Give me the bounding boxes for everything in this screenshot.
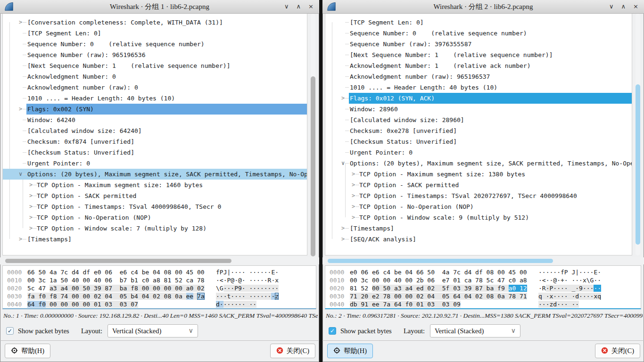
tree-row[interactable]: [Next Sequence Number: 1 (relative seque… [3,60,307,71]
expand-arrow-icon[interactable]: > [352,212,355,223]
tree-row[interactable]: Acknowledgment number (raw): 965196537 [325,71,632,82]
expand-arrow-icon[interactable]: > [29,201,33,212]
tree-row[interactable]: Sequence Number: 0 (relative sequence nu… [325,28,632,39]
expand-arrow-icon[interactable]: > [29,223,33,234]
tree-row[interactable]: >TCP Option - Timestamps: TSval 40009986… [3,201,307,212]
hex-row[interactable]: 002081 52 00 50 a3 a4 ed 02 5f 03 39 87 … [325,284,641,292]
tree-row[interactable]: >Flags: 0x002 (SYN) [3,104,307,115]
packet-detail-tree[interactable]: [TCP Segment Len: 0]Sequence Number: 0 (… [325,14,632,255]
tree-row[interactable]: Urgent Pointer: 0 [3,158,307,169]
tree-row[interactable]: >[SEQ/ACK analysis] [325,234,632,245]
maximize-icon[interactable]: ∧ [297,0,301,13]
expand-arrow-icon[interactable]: > [29,190,33,201]
collapse-arrow-icon[interactable]: ∨ [19,169,22,180]
layout-select[interactable]: Vertical (Stacked) ∨ [107,324,198,337]
expand-arrow-icon[interactable]: > [341,223,345,234]
hex-row[interactable]: 001000 3c 1a 50 40 00 40 06 b7 b1 c0 a8 … [3,276,316,284]
hex-row[interactable]: 001000 3c 00 00 40 00 2b 06 e7 01 ca 78 … [325,276,641,284]
expand-arrow-icon[interactable]: > [29,180,33,190]
tree-horizontal-scrollbar[interactable] [322,257,644,264]
tree-row[interactable]: ∨Options: (20 bytes), Maximum segment si… [325,158,632,169]
hex-row[interactable]: 0040db 91 ee 7a 64 f0 01 03 03 09···zd··… [325,300,641,308]
titlebar[interactable]: Wireshark · 分组 1 · lib6-2.pcapng ∨ ∧ × [0,0,319,14]
tree-row[interactable]: Acknowledgment Number: 1 (relative ack n… [325,60,632,71]
scrollbar-thumb[interactable] [5,259,231,263]
tree-vertical-scrollbar[interactable] [311,14,315,255]
help-button[interactable]: 帮助(H) [5,344,50,358]
tree-row[interactable]: Acknowledgment number (raw): 0 [3,82,307,93]
tree-row[interactable]: Sequence Number: 0 (relative sequence nu… [3,39,307,49]
close-icon[interactable]: × [633,0,638,13]
tree-row[interactable]: [TCP Segment Len: 0] [325,17,632,28]
expand-arrow-icon[interactable]: > [352,201,355,212]
show-packet-bytes-checkbox[interactable]: ✓ [6,327,14,335]
packet-bytes-view[interactable]: 000066 50 4a 7c d4 df e0 06 e6 c4 be 04 … [2,265,316,309]
hex-row[interactable]: 004064 f0 00 00 00 00 01 03 03 07d······… [3,300,316,308]
expand-arrow-icon[interactable]: > [341,234,345,245]
tree-row[interactable]: >TCP Option - Maximum segment size: 1380… [325,169,632,180]
tree-row[interactable]: [TCP Segment Len: 0] [3,28,307,39]
packet-bytes-view[interactable]: 0000e0 06 e6 c4 be 04 66 50 4a 7c d4 df … [325,265,641,309]
tree-row[interactable]: Sequence Number (raw): 965196536 [3,49,307,60]
tree-row[interactable]: [Calculated window size: 64240] [3,125,307,136]
hex-row[interactable]: 00205c 47 a3 a4 00 50 39 87 ba f8 00 00 … [3,284,316,292]
tree-row[interactable]: [Next Sequence Number: 1 (relative seque… [325,49,632,60]
expand-arrow-icon[interactable]: > [352,169,355,180]
close-button[interactable]: 关闭(C) [595,344,640,358]
tree-row[interactable]: >[Timestamps] [325,223,632,234]
tree-row[interactable]: [Checksum Status: Unverified] [3,147,307,158]
tree-row[interactable]: Urgent Pointer: 0 [325,147,632,158]
tree-row[interactable]: Sequence Number (raw): 3976355587 [325,39,632,49]
show-packet-bytes-checkbox[interactable]: ✓ [329,327,336,335]
expand-arrow-icon[interactable]: > [29,212,33,223]
tree-row[interactable]: Checksum: 0xf874 [unverified] [3,136,307,147]
tree-row[interactable]: Acknowledgment Number: 0 [3,71,307,82]
tree-row[interactable]: >[Conversation completeness: Complete, W… [3,17,307,28]
tree-row[interactable]: >TCP Option - Maximum segment size: 1460… [3,180,307,190]
hex-row[interactable]: 0030fa f0 f8 74 00 00 02 04 05 b4 04 02 … [3,292,316,300]
expand-arrow-icon[interactable]: > [19,17,22,28]
titlebar[interactable]: Wireshark · 分组 2 · lib6-2.pcapng ∨ ∧ × [322,0,644,14]
close-button[interactable]: 关闭(C) [270,344,315,358]
tree-vertical-scrollbar[interactable] [636,14,640,255]
tree-row[interactable]: ∨Options: (20 bytes), Maximum segment si… [3,169,307,180]
tree-row[interactable]: >TCP Option - Timestamps: TSval 20207276… [325,190,632,201]
expand-arrow-icon[interactable]: > [19,104,22,115]
tree-row[interactable]: Checksum: 0xe278 [unverified] [325,125,632,136]
tree-row[interactable]: Window: 28960 [325,104,632,115]
tree-row[interactable]: >[Timestamps] [3,234,307,245]
scrollbar-thumb[interactable] [311,76,315,256]
tree-horizontal-scrollbar[interactable] [0,257,319,264]
tree-row[interactable]: >TCP Option - SACK permitted [325,180,632,190]
maximize-icon[interactable]: ∧ [621,0,626,13]
expand-arrow-icon[interactable]: > [341,93,345,104]
collapse-arrow-icon[interactable]: ∨ [341,158,345,169]
scrollbar-thumb[interactable] [636,84,640,245]
tree-row[interactable]: 1010 .... = Header Length: 40 bytes (10) [3,93,307,104]
tree-row[interactable]: [Calculated window size: 28960] [325,115,632,125]
tree-row[interactable]: Window: 64240 [3,115,307,125]
close-icon[interactable]: × [308,0,314,13]
help-button[interactable]: 帮助(H) [327,344,373,358]
packet-detail-tree[interactable]: >[Conversation completeness: Complete, W… [2,14,307,255]
tree-row[interactable]: >TCP Option - No-Operation (NOP) [325,201,632,212]
expand-arrow-icon[interactable]: > [19,234,22,245]
hex-row[interactable]: 0000e0 06 e6 c4 be 04 66 50 4a 7c d4 df … [325,268,641,276]
tree-row[interactable]: >TCP Option - SACK permitted [3,190,307,201]
scrollbar-thumb[interactable] [328,259,553,263]
hex-offset: 0030 [330,292,344,300]
tree-row[interactable]: >TCP Option - No-Operation (NOP) [3,212,307,223]
hex-row[interactable]: 000066 50 4a 7c d4 df e0 06 e6 c4 be 04 … [3,268,316,276]
tree-row[interactable]: >TCP Option - Window scale: 9 (multiply … [325,212,632,223]
ascii-bytes: ···zd··· ·· [538,300,579,308]
tree-row[interactable]: >TCP Option - Window scale: 7 (multiply … [3,223,307,234]
expand-arrow-icon[interactable]: > [352,190,355,201]
layout-select[interactable]: Vertical (Stacked) ∨ [430,324,520,337]
tree-row[interactable]: 1010 .... = Header Length: 40 bytes (10) [325,82,632,93]
minimize-icon[interactable]: ∨ [284,0,289,13]
expand-arrow-icon[interactable]: > [352,180,355,190]
hex-row[interactable]: 003071 20 e2 78 00 00 02 04 05 64 04 02 … [325,292,641,300]
minimize-icon[interactable]: ∨ [609,0,614,13]
tree-row[interactable]: >Flags: 0x012 (SYN, ACK) [325,93,632,104]
tree-row[interactable]: [Checksum Status: Unverified] [325,136,632,147]
